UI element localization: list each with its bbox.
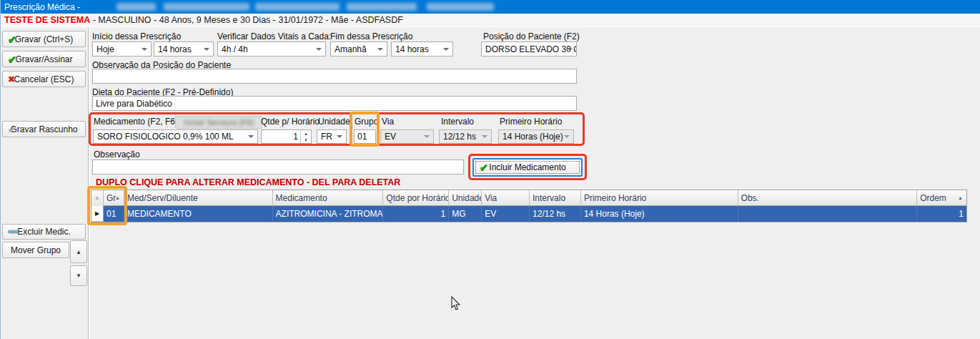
save-draft-button-label: Gravar Rascunho (10, 124, 77, 134)
cell-unidade[interactable]: MG (449, 206, 482, 222)
column-header-via[interactable]: Via (482, 190, 530, 206)
check-icon: ✔ (480, 162, 488, 172)
via-label: Via (382, 117, 394, 127)
posicao-dropdown[interactable]: DORSO ELEVADO 30 G (481, 41, 577, 56)
sort-asc-icon: ▲ (115, 195, 120, 200)
cell-gr[interactable]: 01 (104, 206, 124, 222)
x-icon: ✖ (8, 75, 15, 84)
column-header-qtde[interactable]: Qtde por Horário (383, 190, 449, 206)
title-bar: Prescrição Médica - (1, 0, 980, 14)
chevron-down-icon (337, 135, 342, 138)
vitais-label: Verificar Dados Vitais a Cada: (217, 31, 331, 41)
sort-asc-icon: ▲ (958, 195, 963, 200)
fim-day-dropdown[interactable]: Amanhã (330, 41, 387, 56)
qtde-spinner[interactable]: 1 ▲ ▼ (261, 129, 312, 144)
redacted-title-text (164, 3, 249, 11)
chevron-down-icon (443, 48, 449, 51)
unidade-label: Unidade (318, 117, 350, 127)
cell-intervalo[interactable]: 12/12 hs (530, 206, 581, 222)
chevron-down-icon (377, 48, 383, 51)
save-sign-button[interactable]: ✔ Gravar/Assinar (2, 51, 86, 67)
column-header-obs[interactable]: Obs. (738, 190, 918, 206)
intervalo-label: Intervalo (441, 117, 474, 127)
chevron-down-icon (316, 48, 322, 51)
unidade-value: FR (321, 132, 332, 142)
incluir-medicamento-label: Incluir Medicamento (489, 162, 565, 172)
cell-tipo[interactable]: MEDICAMENTO (124, 206, 273, 222)
cell-qtde[interactable]: 1 (383, 206, 449, 222)
grupo-input[interactable] (354, 129, 376, 144)
indicator-header-icon: ✳ (95, 195, 100, 202)
qtde-label: Qtde p/ Horário (261, 117, 320, 127)
medicamento-dropdown[interactable]: SORO FISIOLOGICO 0,9% 100 ML (93, 129, 258, 144)
incluir-medicamento-button[interactable]: ✔ Incluir Medicamento (472, 158, 583, 177)
column-header-ordem[interactable]: Ordem▲ (917, 190, 966, 206)
save-button-label: Gravar (Ctrl+S) (15, 34, 74, 44)
redacted-title-text (255, 3, 340, 11)
dieta-input[interactable] (92, 96, 577, 111)
spin-up-icon[interactable]: ▲ (301, 130, 311, 137)
save-draft-button[interactable]: ✔ Gravar Rascunho (2, 121, 86, 137)
column-header-medicamento[interactable]: Medicamento (273, 190, 384, 206)
posicao-value: DORSO ELEVADO 30 G (485, 44, 577, 54)
save-button[interactable]: ✔ Gravar (Ctrl+S) (2, 31, 86, 47)
cell-ordem[interactable]: 1 (917, 206, 966, 222)
observacao-label: Observação (94, 149, 140, 159)
fim-time-dropdown[interactable]: 14 horas (391, 41, 453, 56)
table-row-selected[interactable]: ▶ 01 MEDICAMENTO AZITROMICINA - ZITROMAX… (91, 206, 966, 222)
cell-via[interactable]: EV (482, 206, 530, 222)
mouse-cursor (451, 296, 461, 314)
spin-down-icon[interactable]: ▼ (301, 137, 311, 143)
intervalo-dropdown[interactable]: 12/12 hs (439, 129, 492, 144)
medicamento-label: Medicamento (F2, F6) (94, 117, 178, 127)
via-dropdown[interactable]: EV (380, 129, 434, 144)
column-header-unidade[interactable]: Unidade (449, 190, 482, 206)
table-header-row: ✳ Gr▲ Med/Serv/Diluente Medicamento Qtde… (91, 190, 966, 206)
incluir-servicos-button[interactable]: Incluir Serviços (F9) (175, 116, 262, 129)
observacao-input[interactable] (92, 159, 464, 175)
posicao-label: Posição do Paciente (F2) (483, 31, 580, 41)
cancel-button[interactable]: ✖ Cancelar (ESC) (2, 71, 86, 87)
patient-name: TESTE DE SISTEMA (4, 15, 90, 25)
check-icon: ✔ (8, 34, 16, 44)
column-header-intervalo[interactable]: Intervalo (530, 190, 581, 206)
column-header-gr[interactable]: Gr▲ (104, 190, 124, 206)
check-gray-icon: ✔ (8, 124, 16, 134)
vitais-dropdown[interactable]: 4h / 4h (217, 41, 326, 56)
via-value: EV (385, 132, 396, 142)
spinner-buttons[interactable]: ▲ ▼ (300, 130, 311, 143)
fim-time-value: 14 horas (395, 44, 429, 54)
inicio-time-dropdown[interactable]: 14 horas (154, 41, 214, 56)
fim-label: Fim dessa Prescrição (330, 31, 412, 41)
check-icon: ✔ (8, 54, 16, 64)
unidade-dropdown[interactable]: FR (317, 129, 347, 144)
redacted-title-text (347, 3, 417, 11)
inicio-day-dropdown[interactable]: Hoje (92, 41, 152, 56)
move-group-button[interactable]: Mover Grupo (2, 242, 69, 258)
cell-obs[interactable] (738, 206, 918, 222)
row-pointer-icon: ▶ (95, 210, 99, 217)
column-header-tipo[interactable]: Med/Serv/Diluente (124, 190, 273, 206)
inicio-day-value: Hoje (96, 44, 114, 54)
warning-text: DUPLO CLIQUE PARA ALTERAR MEDICAMENTO - … (96, 177, 400, 187)
arrow-up-icon: ▲ (76, 249, 81, 255)
medicamento-value: SORO FISIOLOGICO 0,9% 100 ML (97, 132, 234, 142)
move-up-button[interactable]: ▲ (70, 240, 87, 263)
move-group-label: Mover Grupo (11, 245, 61, 255)
delete-medication-button[interactable]: Excluir Medic. (2, 224, 86, 240)
inicio-label: Início dessa Prescrição (92, 31, 181, 41)
row-indicator-cell: ▶ (91, 206, 104, 222)
column-header-primeiro[interactable]: Primeiro Horário (581, 190, 738, 206)
chevron-down-icon (248, 135, 254, 138)
obs-posicao-input[interactable] (92, 69, 577, 84)
arrow-down-icon: ▼ (76, 272, 81, 279)
patient-info-bar: TESTE DE SISTEMA - MASCULINO - 48 Anos, … (1, 14, 980, 27)
move-down-button[interactable]: ▼ (70, 265, 87, 286)
inicio-time-value: 14 horas (158, 44, 192, 54)
chevron-down-icon (564, 135, 570, 138)
chevron-down-icon (204, 48, 209, 51)
cell-medicamento[interactable]: AZITROMICINA - ZITROMAX PO INJ. 500 MG (273, 206, 384, 222)
cell-primeiro[interactable]: 14 Horas (Hoje) (581, 206, 738, 222)
primeiro-horario-dropdown[interactable]: 14 Horas (Hoje) (498, 129, 574, 144)
cancel-button-label: Cancelar (ESC) (14, 74, 74, 84)
